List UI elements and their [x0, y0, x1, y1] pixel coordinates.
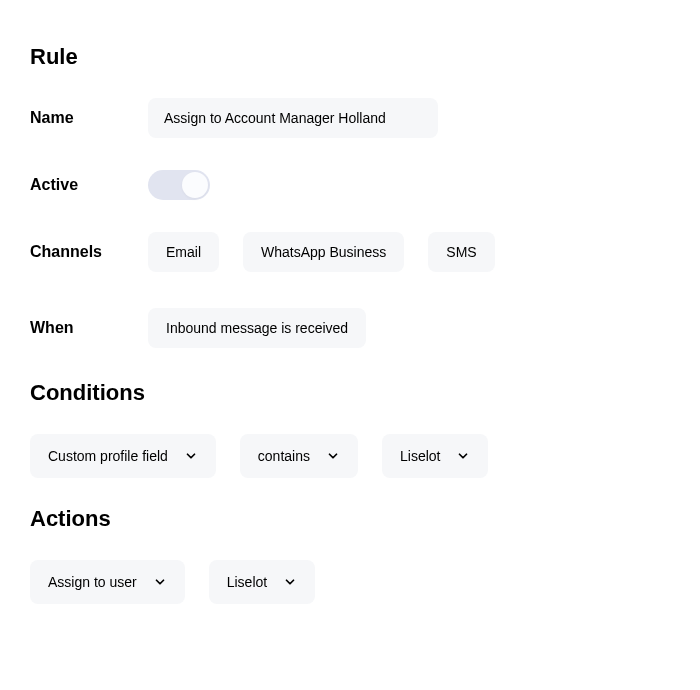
actions-row: Assign to user Liselot [30, 560, 670, 604]
condition-value-label: Liselot [400, 448, 440, 464]
name-field-row: Name [30, 98, 670, 138]
channels-label: Channels [30, 243, 148, 261]
chevron-down-icon [153, 575, 167, 589]
when-field-row: When Inbound message is received [30, 308, 670, 348]
name-label: Name [30, 109, 148, 127]
action-value-label: Liselot [227, 574, 267, 590]
rule-section-title: Rule [30, 44, 670, 70]
action-value-dropdown[interactable]: Liselot [209, 560, 315, 604]
conditions-section: Conditions Custom profile field contains… [30, 380, 670, 478]
when-value[interactable]: Inbound message is received [148, 308, 366, 348]
actions-section: Actions Assign to user Liselot [30, 506, 670, 604]
when-label: When [30, 319, 148, 337]
active-field-row: Active [30, 170, 670, 200]
active-toggle[interactable] [148, 170, 210, 200]
chevron-down-icon [184, 449, 198, 463]
conditions-section-title: Conditions [30, 380, 670, 406]
chevron-down-icon [456, 449, 470, 463]
condition-operator-dropdown[interactable]: contains [240, 434, 358, 478]
conditions-row: Custom profile field contains Liselot [30, 434, 670, 478]
action-type-dropdown[interactable]: Assign to user [30, 560, 185, 604]
channels-chips: Email WhatsApp Business SMS [148, 232, 495, 272]
active-label: Active [30, 176, 148, 194]
channels-field-row: Channels Email WhatsApp Business SMS [30, 232, 670, 272]
actions-section-title: Actions [30, 506, 670, 532]
action-type-label: Assign to user [48, 574, 137, 590]
toggle-knob [182, 172, 208, 198]
condition-field-dropdown[interactable]: Custom profile field [30, 434, 216, 478]
chevron-down-icon [326, 449, 340, 463]
condition-operator-label: contains [258, 448, 310, 464]
channel-chip-email[interactable]: Email [148, 232, 219, 272]
chevron-down-icon [283, 575, 297, 589]
channel-chip-whatsapp[interactable]: WhatsApp Business [243, 232, 404, 272]
channel-chip-sms[interactable]: SMS [428, 232, 494, 272]
condition-value-dropdown[interactable]: Liselot [382, 434, 488, 478]
name-input[interactable] [148, 98, 438, 138]
condition-field-label: Custom profile field [48, 448, 168, 464]
